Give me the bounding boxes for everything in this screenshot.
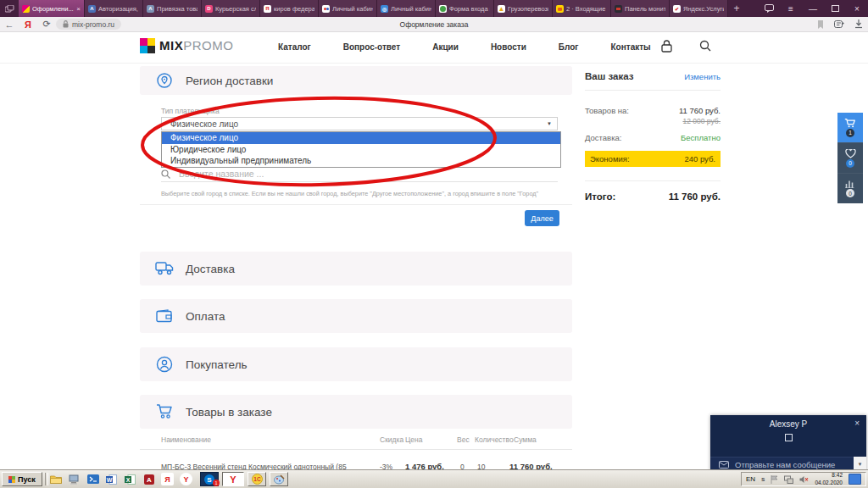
edit-order-link[interactable]: Изменить [684, 72, 721, 81]
search-icon[interactable] [699, 40, 711, 52]
tab-favicon: Я [264, 5, 271, 13]
section-order-items[interactable]: Товары в заказе [140, 395, 572, 429]
back-icon[interactable]: ← [0, 19, 19, 30]
tab-kirov[interactable]: Якиров федерал [260, 0, 319, 17]
search-icon [161, 169, 170, 179]
yandex-browser-icon[interactable]: Y [180, 473, 192, 485]
skype-taskbar-button[interactable]: S 1 [200, 472, 219, 486]
powershell-icon[interactable] [86, 473, 99, 485]
tab-binding[interactable]: AПривязка това [143, 0, 202, 17]
nav-faq[interactable]: Вопрос-ответ [343, 42, 400, 52]
heart-icon [845, 149, 856, 158]
show-desktop-icon[interactable] [849, 474, 861, 485]
city-search-input[interactable] [177, 168, 537, 180]
maximize-button[interactable] [824, 0, 846, 17]
tab-overview-icon[interactable] [0, 0, 19, 17]
tab-yandex-uslugi[interactable]: ✔Яндекс.Услуги [670, 0, 728, 17]
nav-contacts[interactable]: Контакты [611, 42, 651, 52]
tab-favicon: ✔ [673, 5, 681, 13]
payer-type-label: Тип плательщика [161, 107, 220, 115]
col-header-sum: Сумма [514, 435, 537, 444]
tab-favicon: D [205, 5, 213, 13]
yandex-app-icon[interactable]: Я [161, 473, 174, 485]
compare-badge: 0 [846, 189, 854, 197]
tray-clock[interactable]: 8:42 04.02.2020 [815, 472, 843, 486]
compare-button[interactable]: 0 [837, 173, 863, 203]
tab-cargo[interactable]: ▲Грузоперевозк [494, 0, 553, 17]
yandex-browser-active-button[interactable]: Y [222, 472, 244, 486]
payer-type-select[interactable]: Физическое лицо ▼ [161, 117, 558, 130]
bar-chart-icon [845, 180, 855, 188]
skype-tray-icon[interactable]: s [761, 475, 765, 483]
nav-blog[interactable]: Блог [559, 42, 579, 52]
nav-catalog[interactable]: Каталог [278, 42, 311, 52]
url-chip[interactable]: mix-promo.ru [56, 19, 121, 30]
language-indicator[interactable]: EN [746, 475, 755, 483]
section-customer[interactable]: Покупатель [140, 347, 572, 381]
divider [140, 204, 572, 205]
menu-icon[interactable]: ≡ [780, 0, 802, 17]
site-logo[interactable]: MIXPROMO [140, 38, 233, 53]
close-button[interactable]: × [846, 0, 868, 17]
nav-news[interactable]: Новости [491, 42, 526, 52]
1c-taskbar-button[interactable]: 1С [248, 472, 266, 486]
tab-panel-icon[interactable] [758, 0, 780, 17]
tab-close-icon[interactable]: × [76, 5, 81, 13]
dropdown-option-entrepreneur[interactable]: Индивидуальный предприниматель [162, 155, 560, 167]
tab-account-2[interactable]: ◎Личный кабин [377, 0, 436, 17]
tab-login-form[interactable]: Форма входа в [436, 0, 494, 17]
network-tray-icon[interactable] [784, 475, 793, 484]
section-region[interactable]: Регион доставки [140, 66, 572, 95]
order-summary: Ваш заказ Изменить Товаров на: 11 760 ру… [585, 68, 721, 202]
volume-muted-icon[interactable] [799, 475, 809, 484]
dropdown-option-individual[interactable]: Физическое лицо [162, 132, 560, 144]
new-tab-button[interactable]: + [728, 0, 745, 17]
start-button[interactable]: Пуск [2, 472, 42, 486]
chat-status-square [785, 434, 793, 441]
cart-button[interactable]: 1 [837, 113, 863, 142]
tab-monitoring[interactable]: Панель монито [611, 0, 670, 17]
nav-promos[interactable]: Акции [432, 42, 459, 52]
excel-icon[interactable]: X [124, 473, 136, 485]
chat-collapse-icon[interactable]: ▾ [854, 457, 866, 471]
divider [585, 90, 721, 91]
tab-favicon [22, 5, 30, 13]
site-header: MIXPROMO Каталог Вопрос-ответ Акции Ново… [0, 32, 868, 64]
skype-badge: 1 [213, 480, 220, 486]
dropdown-option-legal-entity[interactable]: Юридическое лицо [162, 144, 560, 156]
tab-inbox[interactable]: ✉2 · Входящие - [553, 0, 611, 17]
section-payment[interactable]: Оплата [140, 299, 572, 333]
word-icon[interactable]: W [105, 473, 118, 485]
chat-message-text: Отправьте нам сообщение [735, 460, 835, 469]
wishlist-button[interactable]: 0 [837, 142, 863, 173]
chat-message-bar[interactable]: Отправьте нам сообщение [710, 457, 866, 471]
payer-type-dropdown: Физическое лицо Юридическое лицо Индивид… [161, 131, 561, 168]
tab-label: Авторизация, р [98, 5, 139, 13]
person-icon [155, 355, 174, 374]
refresh-icon[interactable]: ⟳ [37, 19, 56, 30]
next-button[interactable]: Далее [525, 210, 559, 226]
collections-icon[interactable] [834, 19, 844, 29]
minimize-button[interactable]: — [802, 0, 824, 17]
section-delivery[interactable]: Доставка [140, 252, 572, 286]
flag-tray-icon[interactable] [771, 475, 778, 484]
tab-courier[interactable]: DКурьерская слу [202, 0, 260, 17]
acrobat-icon[interactable]: A [142, 473, 155, 485]
explorer-icon[interactable] [49, 473, 62, 485]
download-icon[interactable] [854, 19, 863, 29]
tab-account-1[interactable]: Личный кабин [319, 0, 377, 17]
city-search-field[interactable] [161, 166, 558, 182]
tab-authorization[interactable]: AАвторизация, р [85, 0, 143, 17]
tab-label: Личный кабин [332, 5, 373, 13]
bookmark-flag-icon[interactable] [817, 20, 824, 29]
select-caret-icon: ▼ [547, 121, 552, 126]
account-lock-icon[interactable] [661, 40, 672, 53]
yandex-icon[interactable]: Я [19, 19, 37, 30]
tab-checkout[interactable]: Оформлени... × [19, 0, 85, 17]
paint-taskbar-button[interactable] [270, 472, 288, 486]
chat-close-icon[interactable]: × [854, 419, 860, 428]
tab-favicon: ✉ [556, 5, 564, 13]
section-payment-title: Оплата [186, 310, 225, 323]
tab-label: 2 · Входящие - [566, 5, 607, 13]
computer-icon[interactable] [68, 473, 81, 485]
